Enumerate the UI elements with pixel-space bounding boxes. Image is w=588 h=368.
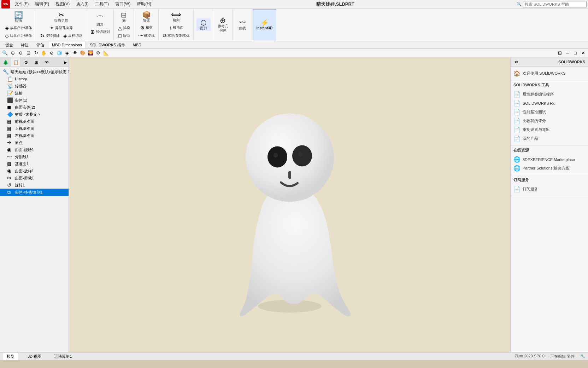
shell-button[interactable]: □ 抽壳	[117, 33, 131, 39]
curves-button[interactable]: 〰 曲线	[235, 18, 249, 31]
tab-mbd-dimensions[interactable]: MBD Dimensions	[48, 42, 86, 48]
motion-tab[interactable]: 运动算例1	[51, 353, 75, 360]
tree-item[interactable]: ✂曲面-剪裁1	[0, 174, 69, 182]
menu-edit[interactable]: 编辑(E)	[32, 0, 52, 8]
tree-item-icon: ◉	[7, 168, 13, 174]
prop-tag-editor[interactable]: 📄 属性标签编辑程序	[513, 90, 585, 99]
svg-point-4	[267, 146, 287, 167]
config-manager-tab[interactable]: ⚙	[21, 58, 31, 67]
search-input[interactable]	[523, 1, 587, 7]
move-copy-button[interactable]: ⧉ 移动/复制实体	[161, 32, 191, 39]
rib-button[interactable]: ⊟ 筋	[117, 11, 131, 23]
tree-item[interactable]: ◉曲面-放样1	[0, 167, 69, 174]
right-panel-collapse[interactable]: ≪	[513, 59, 519, 65]
menu-view[interactable]: 视图(V)	[53, 0, 72, 8]
zoom-level: Zlum 2020 SP0.0	[514, 354, 545, 359]
loft-cut-button[interactable]: ◈ 故样切割	[62, 33, 84, 39]
helix-button[interactable]: 〜 螺旋线	[137, 32, 156, 39]
menu-help[interactable]: 帮助(H)	[134, 0, 154, 8]
boundary-boss-button[interactable]: ◇ 边界凸台/基体	[4, 33, 34, 39]
search-label: 🔍	[517, 2, 522, 6]
display-manager-tab[interactable]: 👁	[42, 58, 52, 67]
panel-split-tool[interactable]: ⊞	[556, 50, 563, 57]
pan-tool[interactable]: ✋	[40, 50, 47, 57]
toolbar-group-sweep: 🔄 扫描 ◈ 放样凸台/基体 ◇ 边界凸台/基体	[1, 9, 36, 40]
menu-window[interactable]: 窗口(W)	[112, 0, 133, 8]
menu-tools[interactable]: 工具(T)	[92, 0, 112, 8]
tree-item[interactable]: ⧉实体-移动/复制1	[0, 189, 69, 196]
front-view-button[interactable]: ⬡ 面剪	[196, 18, 211, 31]
menu-file[interactable]: 文件(F)	[12, 0, 31, 8]
menu-insert[interactable]: 插入(I)	[73, 0, 91, 8]
tree-item[interactable]: ▦前视基准面	[0, 118, 69, 125]
dim-xpert-tab[interactable]: ⊕	[31, 58, 41, 67]
tree-item[interactable]: 📝注解	[0, 90, 69, 97]
compare-score-item[interactable]: 📄 比较我的评分	[513, 116, 585, 125]
feature-manager-tab[interactable]: 🌲	[1, 58, 11, 67]
maximize-button[interactable]: □	[572, 50, 579, 57]
reference-geometry-button[interactable]: ⊕ 参考几何体	[216, 16, 230, 33]
tree-item[interactable]: ⬛实体(1)	[0, 97, 69, 104]
move-face-button[interactable]: ↕ 移动面	[168, 24, 185, 31]
intersect-button[interactable]: ⊗ 相交	[139, 24, 154, 31]
my-products-item[interactable]: 📄 我的产品	[513, 134, 585, 143]
tree-item[interactable]: ↺旋转1	[0, 182, 69, 189]
tree-item[interactable]: ◼曲面实体(2)	[0, 104, 69, 111]
tree-item[interactable]: 🔷材质 <未指定>	[0, 111, 69, 118]
tree-item[interactable]: ▦基准面1	[0, 160, 69, 167]
3dexperience-item[interactable]: 🌐 3DEXPERIENCE Marketplace	[513, 155, 585, 164]
scan-cut-button[interactable]: ✂ 扫描切除	[53, 11, 70, 23]
tree-item[interactable]: 🔧晴天娃娃 (默认<<默认>显示状态 1>)	[0, 68, 69, 75]
partner-solutions-item[interactable]: 🌐 Partner Solutions(解决方案)	[513, 164, 585, 173]
close-button[interactable]: ✕	[580, 50, 587, 57]
reset-settings-item[interactable]: 📄 重制设置与导出	[513, 125, 585, 134]
display-style-tool[interactable]: ◈	[64, 50, 71, 57]
3dview-tab[interactable]: 3D 视图	[24, 353, 45, 360]
tree-item[interactable]: 📋History	[0, 75, 69, 82]
minimize-button[interactable]: ─	[564, 50, 571, 57]
left-panel-expand[interactable]: ▶	[64, 60, 68, 65]
rotate-tool[interactable]: ↻	[33, 50, 40, 57]
select-tool[interactable]: 🔍	[1, 50, 8, 57]
tree-item[interactable]: 〰分割线1	[0, 153, 69, 160]
linear-pattern-button[interactable]: ⊞ 线切割列	[89, 29, 111, 35]
view-orientation-tool[interactable]: 🧊	[56, 50, 63, 57]
fillet-button[interactable]: ⌒ 圆角	[93, 15, 107, 27]
rotate-cut-button[interactable]: ↻ 旋转切除	[39, 33, 61, 39]
sw-rx-item[interactable]: 📄 SOLIDWORKS Rx	[513, 99, 585, 108]
appearance-tool[interactable]: 🎨	[79, 50, 86, 57]
view-setting-tool[interactable]: ⚙	[95, 50, 102, 57]
subscription-item[interactable]: 📄 订阅服务	[513, 185, 585, 194]
zoom-in-tool[interactable]: ⊕	[9, 50, 16, 57]
tree-item[interactable]: ▦上视基准面	[0, 125, 69, 132]
instant3d-button[interactable]: ⚡ Instant3D	[255, 18, 274, 31]
zoom-out-tool[interactable]: ⊖	[17, 50, 24, 57]
perf-benchmark-item[interactable]: 📄 性能基准测试	[513, 108, 585, 116]
tab-sheetmetal[interactable]: 钣金	[1, 41, 17, 48]
tab-sw-plugins[interactable]: SOLIDWORKS 插件	[86, 41, 129, 48]
step-cut-button[interactable]: ✦ 异型孔向导	[48, 25, 74, 31]
model-tab[interactable]: 模型	[3, 353, 18, 360]
tree-item[interactable]: ✛原点	[0, 139, 69, 146]
subscription-title: 订阅服务	[513, 177, 585, 183]
draft-button[interactable]: △ 拔模	[117, 25, 131, 31]
wrap-button[interactable]: 📦 包覆	[139, 10, 153, 23]
tab-mbd[interactable]: MBD	[129, 42, 145, 48]
property-manager-tab[interactable]: 📋	[11, 58, 21, 67]
tree-item[interactable]: ▦右视基准面	[0, 132, 69, 139]
zoom-fit-tool[interactable]: ⊡	[25, 50, 32, 57]
tree-item-icon: 🔧	[3, 69, 9, 75]
scene-tool[interactable]: 🌄	[87, 50, 94, 57]
section-view-tool[interactable]: ⊘	[48, 50, 55, 57]
3d-viewport[interactable]	[69, 57, 510, 352]
tab-annotation[interactable]: 标注	[17, 41, 33, 48]
mirror-button[interactable]: ⟺ 镜向	[169, 10, 183, 23]
tree-item[interactable]: 📡传感器	[0, 82, 69, 90]
loft-boss-button[interactable]: ◈ 放样凸台/基体	[4, 25, 34, 31]
measure-tool[interactable]: 📐	[102, 50, 110, 57]
home-link[interactable]: 🏠 欢迎使用 SOLIDWORKS	[513, 69, 585, 78]
hide-show-tool[interactable]: 👁	[71, 50, 78, 57]
tab-evaluate[interactable]: 评估	[33, 41, 48, 48]
scan-button[interactable]: 🔄 扫描	[11, 11, 25, 23]
tree-item[interactable]: ◉曲面-旋转1	[0, 146, 69, 153]
